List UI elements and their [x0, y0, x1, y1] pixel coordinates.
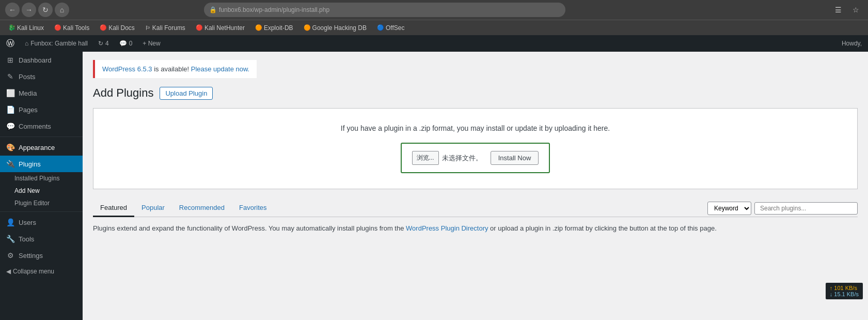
sidebar-sub-installed-plugins[interactable]: Installed Plugins: [0, 172, 83, 185]
settings-icon: ⚙: [6, 251, 14, 260]
wp-logo-item[interactable]: Ⓦ: [4, 38, 17, 49]
sidebar-item-label: Pages: [19, 106, 38, 114]
wp-layout: ⊞ Dashboard ✎ Posts ⬜ Media 📄 Pages 💬 Co…: [0, 52, 868, 320]
download-speed: ↓ 15.1 KB/s: [830, 291, 859, 297]
updates-item[interactable]: ↻ 4: [96, 40, 111, 47]
sidebar-item-label: Users: [19, 219, 36, 226]
upload-description: If you have a plugin in a .zip format, y…: [109, 124, 842, 132]
pages-icon: 📄: [6, 105, 14, 114]
search-plugins-input[interactable]: [754, 202, 858, 215]
sidebar-divider-2: [0, 211, 83, 212]
upload-plugin-button[interactable]: Upload Plugin: [160, 87, 213, 100]
sidebar-item-users[interactable]: 👤 Users: [0, 214, 83, 231]
reload-button[interactable]: ↻: [38, 3, 53, 17]
sidebar-item-label: Settings: [19, 252, 43, 260]
tab-label: Featured: [100, 204, 127, 211]
bookmark-label: Kali Forums: [152, 24, 185, 32]
upload-form-box: 浏览... 未选择文件。 Install Now: [401, 143, 550, 173]
sidebar-item-label: Comments: [19, 123, 51, 130]
bookmark-kali-docs[interactable]: 🔴 Kali Docs: [96, 23, 139, 33]
bookmark-exploit-db[interactable]: 🟠 Exploit-DB: [251, 23, 297, 33]
bookmark-kali-tools[interactable]: 🔴 Kali Tools: [50, 23, 93, 33]
sidebar-item-dashboard[interactable]: ⊞ Dashboard: [0, 52, 83, 68]
home-button[interactable]: ⌂: [55, 3, 69, 17]
comments-sidebar-icon: 💬: [6, 122, 14, 130]
sidebar-item-appearance[interactable]: 🎨 Appearance: [0, 139, 83, 156]
plugin-directory-link[interactable]: WordPress Plugin Directory: [406, 224, 488, 232]
sidebar-item-comments[interactable]: 💬 Comments: [0, 118, 83, 134]
plugin-desc-end: or upload a plugin in .zip format by cli…: [488, 224, 716, 232]
update-notice: WordPress 6.5.3 is available! Please upd…: [93, 60, 257, 78]
keyword-select[interactable]: Keyword: [707, 202, 751, 215]
please-update-link[interactable]: Please update now.: [191, 65, 249, 73]
bookmark-label: Kali Tools: [63, 24, 89, 32]
tab-recommended[interactable]: Recommended: [172, 200, 232, 217]
tab-label: Favorites: [239, 204, 266, 211]
bookmark-kali-nethunter[interactable]: 🔴 Kali NetHunter: [192, 23, 249, 33]
kali-tools-icon: 🔴: [54, 24, 61, 31]
sidebar-item-settings[interactable]: ⚙ Settings: [0, 247, 83, 264]
content-inner: WordPress 6.5.3 is available! Please upd…: [83, 52, 868, 248]
offsec-icon: 🔵: [377, 24, 384, 31]
bookmark-offsec[interactable]: 🔵 OffSec: [373, 23, 408, 33]
exploit-db-icon: 🟠: [255, 24, 262, 31]
forward-button[interactable]: →: [22, 3, 36, 17]
collapse-label: Collapse menu: [13, 268, 54, 275]
comments-count: 0: [129, 40, 133, 47]
plugin-description: Plugins extend and expand the functional…: [93, 217, 858, 240]
bookmark-kali-linux[interactable]: 🐉 Kali Linux: [4, 23, 48, 33]
speed-indicator: ↑ 101 KB/s ↓ 15.1 KB/s: [826, 283, 863, 299]
comments-icon: 💬: [119, 40, 127, 47]
star-icon[interactable]: ☆: [848, 3, 863, 17]
plugins-icon: 🔌: [6, 160, 14, 168]
tab-featured[interactable]: Featured: [93, 200, 134, 217]
sidebar-sub-add-new[interactable]: Add New: [0, 185, 83, 197]
sidebar-item-label: Posts: [19, 73, 36, 81]
tab-popular[interactable]: Popular: [134, 200, 172, 217]
no-file-label: 未选择文件。: [442, 154, 482, 163]
kali-docs-icon: 🔴: [100, 24, 107, 31]
sidebar-item-posts[interactable]: ✎ Posts: [0, 68, 83, 85]
bookmark-google-hacking[interactable]: 🟠 Google Hacking DB: [299, 23, 371, 33]
google-hacking-icon: 🟠: [304, 24, 311, 31]
comments-item[interactable]: 💬 0: [117, 40, 135, 47]
back-button[interactable]: ←: [5, 3, 20, 17]
add-new-label: Add New: [14, 187, 40, 194]
install-now-button[interactable]: Install Now: [491, 151, 539, 165]
new-item[interactable]: + New: [140, 40, 162, 47]
browse-button[interactable]: 浏览...: [412, 151, 439, 165]
sidebar-item-tools[interactable]: 🔧 Tools: [0, 231, 83, 247]
tools-icon: 🔧: [6, 235, 14, 243]
sidebar-item-label: Tools: [19, 235, 34, 243]
plugin-editor-label: Plugin Editor: [14, 200, 50, 207]
updates-count: 4: [105, 40, 109, 47]
kali-forums-icon: 🏳: [145, 25, 151, 31]
address-bar[interactable]: 🔒 funbox6.box/wp-admin/plugin-install.ph…: [204, 3, 565, 17]
wp-logo-icon: Ⓦ: [6, 38, 14, 49]
wordpress-version-link[interactable]: WordPress 6.5.3: [102, 65, 152, 73]
sidebar-item-pages[interactable]: 📄 Pages: [0, 101, 83, 118]
upload-speed-value: ↑ 101 KB/s: [830, 285, 857, 291]
updates-icon: ↻: [98, 40, 103, 47]
plugin-desc-text: Plugins extend and expand the functional…: [93, 224, 406, 232]
sidebar-item-plugins[interactable]: 🔌 Plugins: [0, 156, 83, 172]
howdy-item[interactable]: Howdy,: [840, 40, 864, 47]
collapse-menu-button[interactable]: ◀ Collapse menu: [0, 264, 83, 279]
page-header: Add Plugins Upload Plugin: [93, 86, 858, 100]
sidebar-divider-1: [0, 136, 83, 137]
menu-icon[interactable]: ☰: [831, 3, 845, 17]
sidebar-sub-plugin-editor[interactable]: Plugin Editor: [0, 197, 83, 209]
sidebar-item-label: Dashboard: [19, 56, 52, 64]
tab-favorites[interactable]: Favorites: [232, 200, 274, 217]
security-icon: 🔒: [209, 6, 217, 13]
sidebar-item-media[interactable]: ⬜ Media: [0, 85, 83, 101]
howdy-text: Howdy,: [842, 40, 862, 47]
dashboard-icon: ⊞: [6, 56, 14, 64]
tabs-search: Keyword: [707, 202, 858, 215]
kali-nethunter-icon: 🔴: [196, 24, 203, 31]
update-notice-message: is available!: [152, 65, 191, 73]
bookmark-kali-forums[interactable]: 🏳 Kali Forums: [141, 23, 190, 33]
site-name-item[interactable]: ⌂ Funbox: Gamble hall: [23, 40, 90, 47]
collapse-icon: ◀: [6, 268, 11, 275]
kali-linux-icon: 🐉: [8, 24, 15, 31]
